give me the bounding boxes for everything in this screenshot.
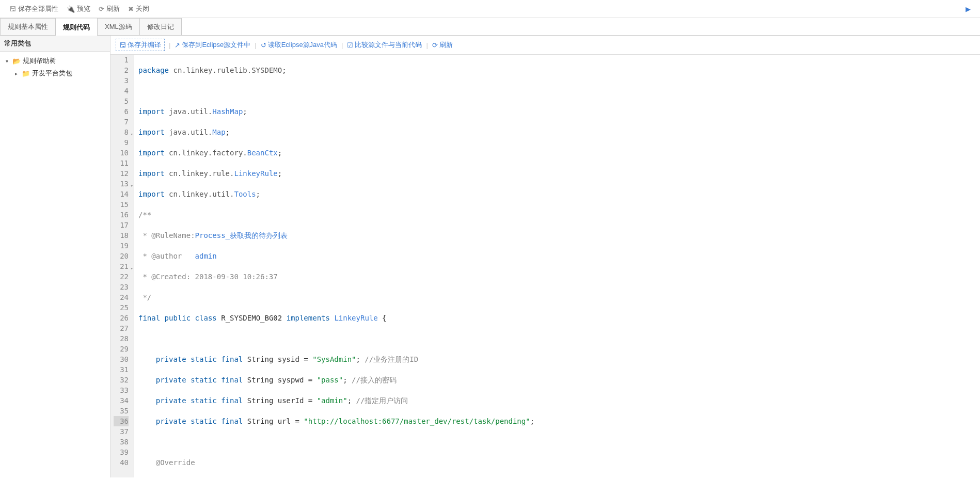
refresh-icon: ⟳ — [99, 5, 104, 13]
gutter-line: 35 — [114, 406, 129, 416]
fold-toggle-icon[interactable]: ▾ — [131, 129, 133, 139]
gutter-line: 39 — [114, 447, 129, 457]
gutter-line: 16 — [114, 210, 129, 220]
compare-src-button[interactable]: ☑比较源文件与当前代码 — [347, 40, 422, 50]
gutter-line: 27 — [114, 323, 129, 333]
refresh-icon: ⟳ — [432, 41, 438, 49]
play-button[interactable]: ▶ — [961, 3, 975, 15]
gutter-line: 7 — [114, 117, 129, 127]
gutter-line: 9 — [114, 137, 129, 148]
gutter-line: 30 — [114, 354, 129, 364]
fold-toggle-icon[interactable]: ▾ — [131, 181, 133, 191]
save-all-button[interactable]: 🖫保存全部属性 — [5, 2, 62, 15]
gutter-line: 17 — [114, 220, 129, 230]
tree-root[interactable]: ▾ 📂 规则帮助树 — [2, 55, 108, 67]
separator: | — [255, 41, 256, 49]
save-to-eclipse-button[interactable]: ↗保存到Eclipse源文件中 — [175, 40, 250, 50]
gutter-line: 5 — [114, 96, 129, 106]
gutter-line: 4 — [114, 86, 129, 96]
gutter-line: 18 — [114, 230, 129, 241]
gutter-line: 29 — [114, 344, 129, 354]
code-editor[interactable]: 12345678▾910111213▾1415161718192021▾2223… — [110, 55, 980, 477]
side-header: 常用类包 — [0, 36, 110, 52]
read-eclipse-button[interactable]: ↺读取Eclipse源Java代码 — [261, 40, 337, 50]
gutter-line: 6 — [114, 106, 129, 117]
gutter-line: 12 — [114, 168, 129, 179]
gutter-line: 31 — [114, 364, 129, 375]
folder-open-icon: 📂 — [12, 57, 21, 65]
gutter-line: 20 — [114, 251, 129, 261]
separator: | — [341, 41, 343, 49]
editor-panel: 🖫保存并编译 | ↗保存到Eclipse源文件中 | ↺读取Eclipse源Ja… — [110, 36, 980, 477]
gutter-line: 22 — [114, 272, 129, 282]
check-icon: ☑ — [347, 41, 353, 49]
close-button[interactable]: ✖关闭 — [124, 2, 153, 15]
gutter-line: 33 — [114, 385, 129, 395]
share-icon: ↗ — [175, 41, 180, 49]
save-icon: 🖫 — [9, 5, 16, 13]
gutter-line: 3 — [114, 75, 129, 86]
gutter-line: 26 — [114, 313, 129, 323]
tree-label: 开发平台类包 — [32, 69, 72, 78]
tab-bar: 规则基本属性 规则代码 XML源码 修改日记 — [0, 18, 980, 36]
save-icon: 🖫 — [119, 41, 126, 49]
tab-rule-code[interactable]: 规则代码 — [55, 19, 98, 36]
tab-basic-props[interactable]: 规则基本属性 — [0, 18, 56, 35]
gutter-line: 1 — [114, 55, 129, 65]
undo-icon: ↺ — [261, 41, 266, 49]
gutter-line: 36 — [114, 416, 129, 426]
preview-button[interactable]: 🔌预览 — [62, 2, 94, 15]
plug-icon: 🔌 — [67, 5, 75, 13]
gutter-line: 24 — [114, 292, 129, 302]
close-icon: ✖ — [128, 5, 134, 13]
gutter-line: 10 — [114, 148, 129, 158]
code-lines[interactable]: package cn.linkey.rulelib.SYSDEMO; impor… — [134, 55, 980, 477]
gutter-line: 40 — [114, 457, 129, 468]
tab-xml-source[interactable]: XML源码 — [97, 18, 140, 35]
gutter-line: 37 — [114, 426, 129, 437]
gutter-line: 2 — [114, 65, 129, 75]
tree: ▾ 📂 规则帮助树 ▸ 📁 开发平台类包 — [0, 52, 110, 83]
refresh-button[interactable]: ⟳刷新 — [94, 2, 124, 15]
gutter-line: 32 — [114, 375, 129, 385]
gutter-line: 23 — [114, 282, 129, 292]
editor-toolbar: 🖫保存并编译 | ↗保存到Eclipse源文件中 | ↺读取Eclipse源Ja… — [110, 36, 980, 55]
save-compile-button[interactable]: 🖫保存并编译 — [116, 39, 165, 51]
gutter-line: 15 — [114, 199, 129, 210]
tree-toggle-icon[interactable]: ▸ — [12, 71, 20, 76]
editor-refresh-button[interactable]: ⟳刷新 — [432, 40, 453, 50]
gutter-line: 28 — [114, 333, 129, 344]
top-toolbar: 🖫保存全部属性 🔌预览 ⟳刷新 ✖关闭 ▶ — [0, 0, 980, 18]
separator: | — [169, 41, 170, 49]
gutter-line: 19 — [114, 241, 129, 251]
tree-toggle-icon[interactable]: ▾ — [3, 58, 10, 64]
tree-child-platform[interactable]: ▸ 📁 开发平台类包 — [11, 67, 108, 79]
gutter-line: 13▾ — [114, 179, 129, 189]
gutter-line: 11 — [114, 158, 129, 168]
gutter-line: 25 — [114, 302, 129, 313]
folder-icon: 📁 — [22, 70, 30, 77]
gutter-line: 34 — [114, 395, 129, 406]
tab-change-log[interactable]: 修改日记 — [139, 18, 182, 35]
gutter-line: 21▾ — [114, 261, 129, 272]
gutter-line: 14 — [114, 189, 129, 199]
separator: | — [426, 41, 428, 49]
gutter-line: 8▾ — [114, 127, 129, 137]
code-gutter: 12345678▾910111213▾1415161718192021▾2223… — [110, 55, 134, 477]
tree-label: 规则帮助树 — [23, 56, 56, 66]
fold-toggle-icon[interactable]: ▾ — [131, 263, 133, 274]
side-panel: 常用类包 ▾ 📂 规则帮助树 ▸ 📁 开发平台类包 — [0, 36, 110, 477]
gutter-line: 38 — [114, 437, 129, 447]
